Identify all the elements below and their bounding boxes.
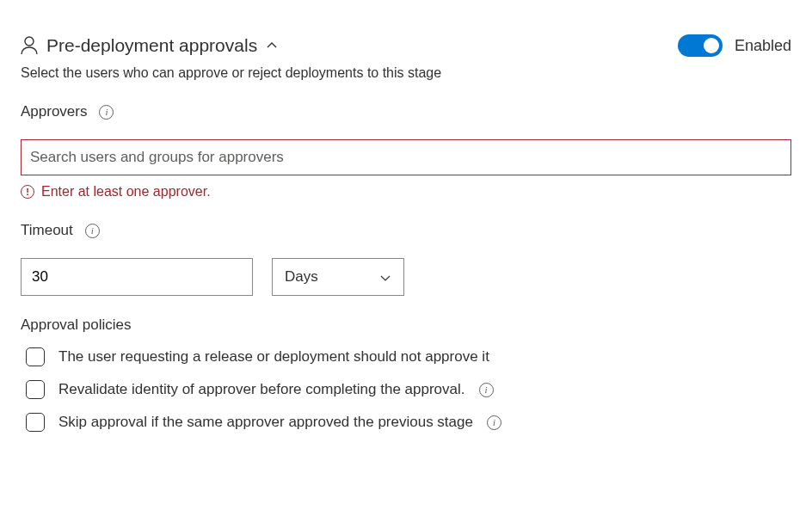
policy-checkbox[interactable] (26, 347, 45, 366)
timeout-unit-label: Days (285, 268, 318, 286)
svg-point-0 (25, 37, 34, 46)
timeout-unit-select[interactable]: Days (272, 258, 404, 296)
timeout-controls: Days (21, 258, 791, 296)
policies-title: Approval policies (21, 316, 791, 334)
policy-checkbox[interactable] (26, 413, 45, 432)
person-icon (21, 36, 38, 55)
policy-label: Revalidate identity of approver before c… (58, 381, 465, 398)
error-icon: ! (21, 185, 34, 199)
enabled-toggle-group: Enabled (678, 34, 791, 57)
policy-label: Skip approval if the same approver appro… (58, 414, 473, 431)
approvers-search-input[interactable] (21, 139, 791, 175)
policy-label: The user requesting a release or deploym… (58, 348, 489, 366)
policy-row: Skip approval if the same approver appro… (21, 413, 791, 432)
info-icon[interactable]: i (487, 415, 501, 430)
section-header: Pre-deployment approvals Enabled (21, 34, 791, 57)
approvers-error: ! Enter at least one approver. (21, 184, 791, 200)
policy-row: Revalidate identity of approver before c… (21, 380, 791, 399)
chevron-down-icon (379, 271, 391, 283)
policy-row: The user requesting a release or deploym… (21, 347, 791, 366)
info-icon[interactable]: i (479, 383, 494, 397)
timeout-value-input[interactable] (21, 258, 253, 296)
info-icon[interactable]: i (85, 224, 100, 238)
approvers-label-row: Approvers i (21, 103, 791, 120)
chevron-up-icon (266, 40, 278, 52)
info-icon[interactable]: i (99, 105, 114, 120)
enabled-toggle[interactable] (678, 34, 723, 57)
section-title: Pre-deployment approvals (46, 35, 257, 56)
timeout-label: Timeout (21, 222, 73, 239)
section-description: Select the users who can approve or reje… (21, 65, 791, 81)
timeout-label-row: Timeout i (21, 222, 791, 239)
approvers-label: Approvers (21, 103, 87, 120)
toggle-knob (704, 38, 719, 53)
error-text: Enter at least one approver. (41, 184, 211, 200)
policy-checkbox[interactable] (26, 380, 45, 399)
section-title-group[interactable]: Pre-deployment approvals (21, 35, 278, 56)
toggle-label: Enabled (735, 37, 791, 55)
